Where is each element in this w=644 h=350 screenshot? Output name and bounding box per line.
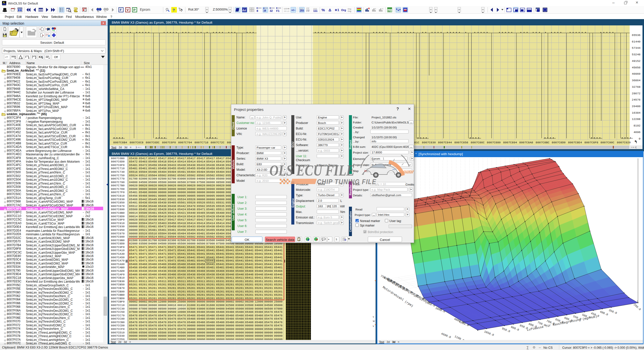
svg-text:»: » — [328, 238, 330, 241]
svg-text:Motordrehzahl (rpm): Motordrehzahl (rpm) — [382, 286, 414, 308]
svg-text:350.0: 350.0 — [608, 309, 618, 315]
svg-text:200.0: 200.0 — [633, 303, 641, 311]
svg-text:1050.0: 1050.0 — [484, 330, 494, 337]
svg-text:850.0: 850.0 — [519, 324, 529, 330]
svg-text:§: § — [336, 238, 337, 241]
svg-text:900.0: 900.0 — [510, 325, 519, 332]
svg-text:950.0: 950.0 — [501, 327, 511, 333]
svg-text:4600.0: 4600.0 — [440, 332, 451, 339]
svg-text:400.0: 400.0 — [599, 310, 609, 316]
